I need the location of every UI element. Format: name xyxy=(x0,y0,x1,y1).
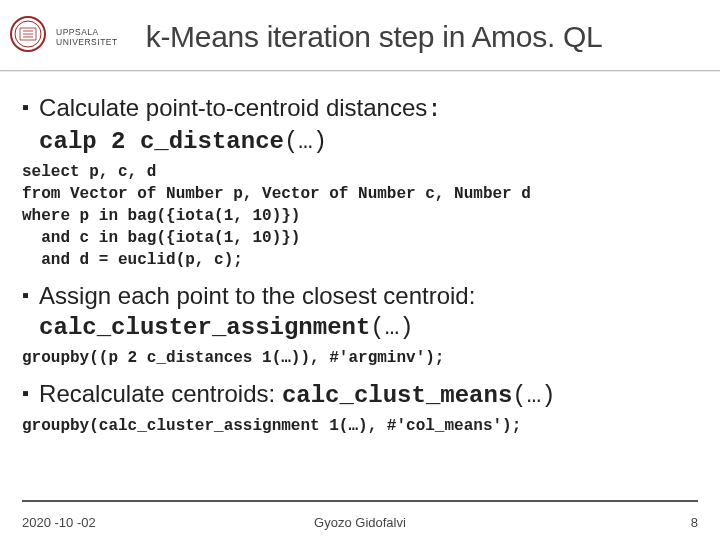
slide-title: k-Means iteration step in Amos. QL xyxy=(146,20,603,54)
b2-args: (…) xyxy=(370,314,413,341)
b1-args: (…) xyxy=(284,128,327,155)
bullet-2: ▪ Assign each point to the closest centr… xyxy=(22,281,698,343)
bullet-marker-icon: ▪ xyxy=(22,379,29,407)
slide-footer: 2020 -10 -02 Gyozo Gidofalvi 8 xyxy=(22,515,698,530)
b1-colon: : xyxy=(427,96,441,123)
b3-args: (…) xyxy=(512,382,555,409)
b2-text: Assign each point to the closest centroi… xyxy=(39,282,475,309)
footer-divider xyxy=(22,500,698,502)
university-label: UPPSALA UNIVERSITET xyxy=(56,27,118,47)
b2-fn: calc_cluster_assignment xyxy=(39,314,370,341)
bullet-3-text: Recalculate centroids: calc_clust_means(… xyxy=(39,379,555,411)
footer-page-number: 8 xyxy=(691,515,698,530)
b1-text: Calculate point-to-centroid distances xyxy=(39,94,427,121)
university-seal-icon xyxy=(6,14,50,58)
uni-name-2: UNIVERSITET xyxy=(56,37,118,47)
b3-text: Recalculate centroids: xyxy=(39,380,282,407)
bullet-3: ▪ Recalculate centroids: calc_clust_mean… xyxy=(22,379,698,411)
slide-content: ▪ Calculate point-to-centroid distances:… xyxy=(0,71,720,437)
uni-name-1: UPPSALA xyxy=(56,27,118,37)
b3-fn: calc_clust_means xyxy=(282,382,512,409)
bullet-1: ▪ Calculate point-to-centroid distances:… xyxy=(22,93,698,157)
bullet-1-text: Calculate point-to-centroid distances: c… xyxy=(39,93,442,157)
slide-header: UPPSALA UNIVERSITET k-Means iteration st… xyxy=(0,0,720,68)
code-block-3: groupby(calc_cluster_assignment 1(…), #'… xyxy=(22,415,698,437)
bullet-marker-icon: ▪ xyxy=(22,281,29,309)
bullet-marker-icon: ▪ xyxy=(22,93,29,121)
code-block-2: groupby((p 2 c_distances 1(…)), #'argmin… xyxy=(22,347,698,369)
footer-author: Gyozo Gidofalvi xyxy=(314,515,406,530)
code-block-1: select p, c, d from Vector of Number p, … xyxy=(22,161,698,271)
b1-fn: calp 2 c_distance xyxy=(39,128,284,155)
bullet-2-text: Assign each point to the closest centroi… xyxy=(39,281,475,343)
footer-date: 2020 -10 -02 xyxy=(22,515,96,530)
